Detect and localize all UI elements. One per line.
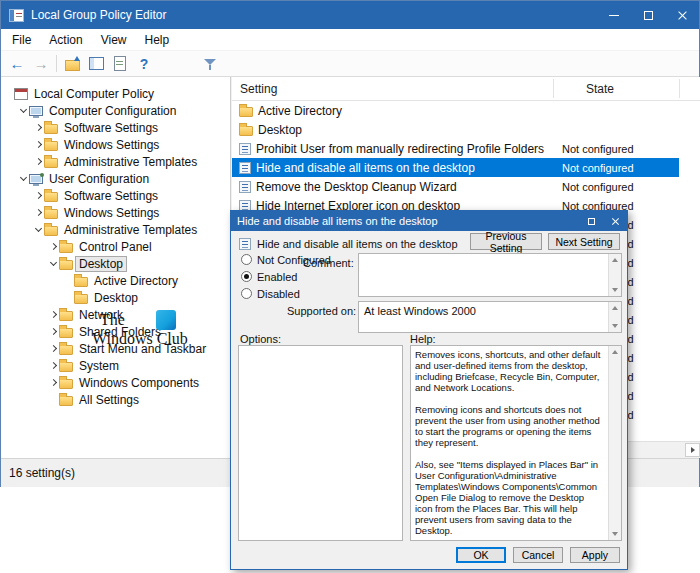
tree-item[interactable]: Local Computer Policy xyxy=(1,85,230,102)
dialog-controls xyxy=(579,211,627,231)
tree-item-icon xyxy=(74,277,88,287)
menu-item[interactable]: Help xyxy=(136,33,179,47)
table-row[interactable]: Hide and disable all items on the deskto… xyxy=(232,158,679,177)
tree-expander-icon[interactable] xyxy=(63,292,74,303)
table-row[interactable]: Prohibit User from manually redirecting … xyxy=(232,139,679,158)
previous-setting-button[interactable]: Previous Setting xyxy=(470,233,542,250)
setting-cell: Active Directory xyxy=(258,104,342,118)
window-title: Local Group Policy Editor xyxy=(31,8,166,22)
comment-scrollbar[interactable] xyxy=(608,254,621,296)
tree-expander-icon[interactable] xyxy=(48,241,59,252)
minimize-button[interactable] xyxy=(597,1,631,29)
tree-item[interactable]: Administrative Templates xyxy=(1,153,230,170)
tree-item[interactable]: System xyxy=(1,357,230,374)
column-header-state[interactable]: State xyxy=(586,82,614,96)
tree-item[interactable]: Computer Configuration xyxy=(1,102,230,119)
tree-item[interactable]: Windows Settings xyxy=(1,136,230,153)
setting-cell: Hide and disable all items on the deskto… xyxy=(256,161,475,175)
menu-item[interactable]: File xyxy=(3,33,40,47)
menu-item[interactable]: Action xyxy=(40,33,91,47)
table-row[interactable]: Remove the Desktop Cleanup Wizard Not co… xyxy=(232,177,679,196)
tree-item-label: System xyxy=(76,359,122,373)
help-button[interactable] xyxy=(132,53,156,75)
dialog-close-button[interactable] xyxy=(603,211,627,231)
close-button[interactable] xyxy=(665,1,699,29)
tree-item-icon xyxy=(29,174,43,184)
column-divider[interactable] xyxy=(553,79,554,98)
tree-expander-icon[interactable] xyxy=(33,122,44,133)
tree-expander-icon[interactable] xyxy=(48,377,59,388)
tree-expander-icon[interactable] xyxy=(18,105,29,116)
tree-expander-icon[interactable] xyxy=(33,207,44,218)
column-divider[interactable] xyxy=(679,79,680,98)
tree-item[interactable]: Administrative Templates xyxy=(1,221,230,238)
scroll-right-icon[interactable] xyxy=(685,443,700,457)
radio-button-icon xyxy=(241,254,252,265)
toolbar xyxy=(1,51,699,77)
list-header: Setting State xyxy=(232,77,700,101)
tree-expander-icon[interactable] xyxy=(48,258,59,269)
tree-item[interactable]: All Settings xyxy=(1,391,230,408)
options-label: Options: xyxy=(240,333,281,345)
tree-expander-icon[interactable] xyxy=(33,224,44,235)
cancel-button[interactable]: Cancel xyxy=(513,547,563,563)
help-scrollbar[interactable] xyxy=(608,346,621,540)
tree-expander-icon[interactable] xyxy=(33,190,44,201)
filter-button[interactable] xyxy=(198,53,222,75)
dialog-maximize-button[interactable] xyxy=(579,211,603,231)
tree-item-icon xyxy=(44,192,58,202)
tree-item[interactable]: Desktop xyxy=(1,255,230,272)
state-cell: Not configured xyxy=(562,162,634,174)
tree-item[interactable]: Control Panel xyxy=(1,238,230,255)
maximize-icon xyxy=(588,218,595,225)
tree-item[interactable]: User Configuration xyxy=(1,170,230,187)
menu-bar: FileActionViewHelp xyxy=(1,29,699,51)
tree-expander-icon[interactable] xyxy=(48,360,59,371)
tree-expander-icon[interactable] xyxy=(3,88,14,99)
tree-item[interactable]: Software Settings xyxy=(1,187,230,204)
tree-item[interactable]: Software Settings xyxy=(1,119,230,136)
tree-item-label: Desktop xyxy=(76,257,126,271)
export-list-button[interactable] xyxy=(108,53,132,75)
tree-expander-icon[interactable] xyxy=(33,139,44,150)
table-row[interactable]: Active Directory xyxy=(232,101,679,120)
tree-item[interactable]: Desktop xyxy=(1,289,230,306)
apply-button[interactable]: Apply xyxy=(570,547,620,563)
comment-input[interactable] xyxy=(358,253,622,297)
radio-disabled[interactable]: Disabled xyxy=(241,285,331,302)
menu-item[interactable]: View xyxy=(92,33,136,47)
tree-expander-icon[interactable] xyxy=(63,275,74,286)
policy-setting-dialog: Hide and disable all items on the deskto… xyxy=(230,210,628,570)
tree-item-label: All Settings xyxy=(76,393,142,407)
setting-cell: Remove the Desktop Cleanup Wizard xyxy=(256,180,457,194)
show-console-tree-button[interactable] xyxy=(84,53,108,75)
state-cell: Not configured xyxy=(562,143,634,155)
back-button[interactable] xyxy=(5,53,29,75)
ok-button[interactable]: OK xyxy=(456,547,506,563)
supported-scrollbar[interactable] xyxy=(608,302,621,332)
console-tree: Local Computer Policy Computer Configura… xyxy=(1,77,231,458)
tree-item[interactable]: Windows Components xyxy=(1,374,230,391)
dialog-nav: Previous Setting Next Setting xyxy=(470,233,620,250)
tree-expander-icon[interactable] xyxy=(48,326,59,337)
tree-expander-icon[interactable] xyxy=(48,343,59,354)
tree-expander-icon[interactable] xyxy=(48,394,59,405)
tree-item-label: Windows Components xyxy=(76,376,202,390)
tree-item[interactable]: Active Directory xyxy=(1,272,230,289)
maximize-button[interactable] xyxy=(631,1,665,29)
forward-button[interactable] xyxy=(29,53,53,75)
tree-expander-icon[interactable] xyxy=(18,173,29,184)
next-setting-button[interactable]: Next Setting xyxy=(548,233,620,250)
up-one-level-button[interactable] xyxy=(60,53,84,75)
tree-item[interactable]: Windows Settings xyxy=(1,204,230,221)
tree-expander-icon[interactable] xyxy=(48,309,59,320)
tree-expander-icon[interactable] xyxy=(33,156,44,167)
state-cell: Not configured xyxy=(562,181,634,193)
table-row[interactable]: Desktop xyxy=(232,120,679,139)
maximize-icon xyxy=(644,11,653,20)
tree-item-icon xyxy=(44,209,58,219)
screen: Local Group Policy Editor FileActionView… xyxy=(0,0,700,573)
column-header-setting[interactable]: Setting xyxy=(240,82,277,96)
row-type-icon xyxy=(239,126,253,136)
radio-enabled[interactable]: Enabled xyxy=(241,268,331,285)
